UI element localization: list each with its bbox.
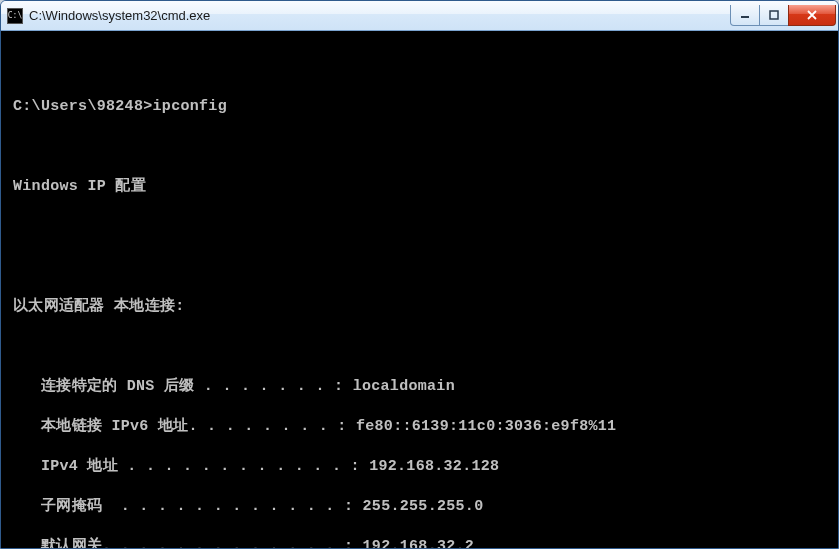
svg-rect-1	[770, 11, 778, 19]
config-row: 连接特定的 DNS 后缀 . . . . . . . : localdomain	[13, 377, 826, 397]
config-row: 本地链接 IPv6 地址. . . . . . . . : fe80::6139…	[13, 417, 826, 437]
minimize-button[interactable]	[730, 5, 760, 26]
maximize-button[interactable]	[759, 5, 789, 26]
close-icon	[806, 10, 818, 20]
row-label: 默认网关. . . . . . . . . . . . . :	[13, 538, 353, 548]
config-row: 默认网关. . . . . . . . . . . . . : 192.168.…	[13, 537, 826, 548]
config-row: IPv4 地址 . . . . . . . . . . . . : 192.16…	[13, 457, 826, 477]
row-value: localdomain	[343, 378, 455, 395]
terminal-output[interactable]: C:\Users\98248>ipconfig Windows IP 配置 以太…	[1, 31, 838, 548]
row-label: 子网掩码 . . . . . . . . . . . . :	[13, 498, 353, 515]
svg-rect-0	[741, 16, 749, 18]
row-label: IPv4 地址 . . . . . . . . . . . . :	[13, 458, 360, 475]
row-value: 192.168.32.2	[353, 538, 474, 548]
ip-config-header: Windows IP 配置	[13, 177, 826, 197]
row-value: fe80::6139:11c0:3036:e9f8%11	[347, 418, 617, 435]
row-value: 192.168.32.128	[360, 458, 500, 475]
row-label: 本地链接 IPv6 地址. . . . . . . . :	[13, 418, 347, 435]
config-row: 子网掩码 . . . . . . . . . . . . : 255.255.2…	[13, 497, 826, 517]
row-label: 连接特定的 DNS 后缀 . . . . . . . :	[13, 378, 343, 395]
window-title: C:\Windows\system32\cmd.exe	[29, 8, 731, 23]
row-value: 255.255.255.0	[353, 498, 483, 515]
command: ipconfig	[153, 98, 227, 115]
title-bar[interactable]: C:\ C:\Windows\system32\cmd.exe	[1, 1, 838, 31]
adapter-title: 以太网适配器 本地连接:	[13, 297, 826, 317]
minimize-icon	[740, 10, 750, 20]
close-button[interactable]	[788, 5, 836, 26]
prompt-line: C:\Users\98248>ipconfig	[13, 97, 826, 117]
app-icon-text: C:\	[8, 11, 22, 20]
maximize-icon	[769, 10, 779, 20]
app-icon: C:\	[7, 8, 23, 24]
prompt: C:\Users\98248>	[13, 98, 153, 115]
cmd-window: C:\ C:\Windows\system32\cmd.exe C:\Users…	[0, 0, 839, 549]
window-controls	[731, 5, 836, 26]
